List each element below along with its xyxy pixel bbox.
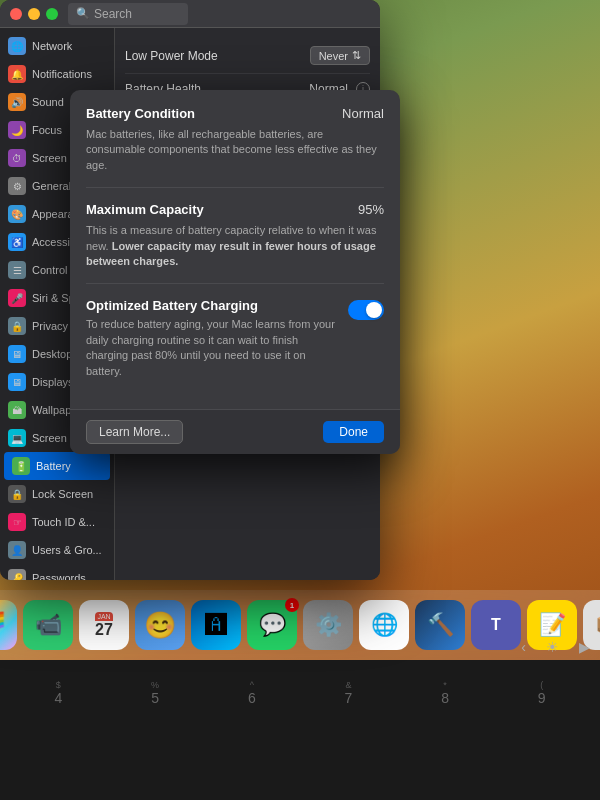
maximum-capacity-desc: This is a measure of battery capacity re… [86, 223, 384, 269]
siri-icon: 🎤 [8, 289, 26, 307]
general-icon: ⚙ [8, 177, 26, 195]
calendar-month: JAN [95, 612, 113, 621]
search-icon: 🔍 [76, 7, 90, 20]
touchid-icon: ☞ [8, 513, 26, 531]
lock-screen-icon: 🔒 [8, 485, 26, 503]
bottom-bar: $4 %5 ^6 &7 *8 (9 [0, 660, 600, 800]
battery-condition-title-row: Battery Condition Normal [86, 106, 384, 121]
calendar-day: 27 [95, 621, 113, 639]
max-cap-desc-bold: Lower capacity may result in fewer hours… [86, 240, 376, 267]
battery-health-modal: Battery Condition Normal Mac batteries, … [70, 90, 400, 454]
key-6[interactable]: ^6 [248, 680, 256, 706]
dock-item-xcode[interactable]: 🔨 [415, 600, 465, 650]
low-power-mode-dropdown[interactable]: Never ⇅ [310, 46, 370, 65]
optimized-charging-section: Optimized Battery Charging To reduce bat… [86, 298, 384, 393]
displays-icon: 🖥 [8, 373, 26, 391]
optimized-charging-desc: To reduce battery aging, your Mac learns… [86, 317, 340, 379]
desktop-icon: 🖥 [8, 345, 26, 363]
sidebar-item-label: Users & Gro... [32, 544, 102, 556]
maximum-capacity-section: Maximum Capacity 95% This is a measure o… [86, 202, 384, 284]
sidebar-item-label: Focus [32, 124, 62, 136]
screentime-icon: ⏱ [8, 149, 26, 167]
sidebar-item-label: Sound [32, 96, 64, 108]
sysprefs-icon: ⚙️ [315, 612, 342, 638]
window-titlebar: 🔍 Search [0, 0, 380, 28]
optimized-charging-text: Optimized Battery Charging To reduce bat… [86, 298, 340, 379]
battery-icon: 🔋 [12, 457, 30, 475]
sidebar-item-network[interactable]: 🌐 Network [0, 32, 114, 60]
dock-item-calendar[interactable]: JAN 27 [79, 600, 129, 650]
calendar-content: JAN 27 [95, 612, 113, 639]
battery-condition-value: Normal [342, 106, 384, 121]
focus-icon: 🌙 [8, 121, 26, 139]
passwords-icon: 🔑 [8, 569, 26, 580]
key-7[interactable]: &7 [345, 680, 353, 706]
sidebar-item-label: Passwords [32, 572, 86, 580]
control-center-icon: ☰ [8, 261, 26, 279]
chrome-icon: 🌐 [371, 612, 398, 638]
maximum-capacity-value: 95% [358, 202, 384, 217]
optimized-charging-row: Optimized Battery Charging To reduce bat… [86, 298, 384, 379]
search-text: Search [94, 7, 132, 21]
whatsapp-icon: 💬 [259, 612, 286, 638]
screensaver-icon: 💻 [8, 429, 26, 447]
sidebar-item-label: Lock Screen [32, 488, 93, 500]
close-button[interactable] [10, 8, 22, 20]
archiver-icon: 📦 [595, 612, 601, 638]
sidebar-item-users[interactable]: 👤 Users & Gro... [0, 536, 114, 564]
sidebar-item-touchid[interactable]: ☞ Touch ID &... [0, 508, 114, 536]
sidebar-item-label: Touch ID &... [32, 516, 95, 528]
brightness-icon[interactable]: ☀ [546, 639, 559, 655]
chevron-icon[interactable]: ‹ [521, 639, 526, 655]
low-power-mode-label: Low Power Mode [125, 49, 218, 63]
key-4[interactable]: $4 [54, 680, 62, 706]
users-icon: 👤 [8, 541, 26, 559]
sidebar-item-notifications[interactable]: 🔔 Notifications [0, 60, 114, 88]
maximum-capacity-label: Maximum Capacity [86, 202, 204, 217]
battery-condition-desc: Mac batteries, like all rechargeable bat… [86, 127, 384, 173]
dock-item-appstore[interactable]: 🅰 [191, 600, 241, 650]
dock: 🌈 📹 JAN 27 😊 🅰 💬 1 ⚙️ 🌐 🔨 T 📝 📦 [0, 590, 600, 660]
dock-item-sysprefs[interactable]: ⚙️ [303, 600, 353, 650]
low-power-mode-value: Never [319, 50, 348, 62]
sidebar-item-battery[interactable]: 🔋 Battery [4, 452, 110, 480]
optimized-charging-toggle[interactable] [348, 300, 384, 320]
dock-item-photos[interactable]: 🌈 [0, 600, 17, 650]
sound-icon: 🔊 [8, 93, 26, 111]
xcode-icon: 🔨 [427, 612, 454, 638]
optimized-charging-label: Optimized Battery Charging [86, 298, 340, 313]
network-icon: 🌐 [8, 37, 26, 55]
key-9[interactable]: (9 [538, 680, 546, 706]
dock-item-finder[interactable]: 😊 [135, 600, 185, 650]
minimize-button[interactable] [28, 8, 40, 20]
done-button[interactable]: Done [323, 421, 384, 443]
sidebar-item-passwords[interactable]: 🔑 Passwords [0, 564, 114, 580]
sidebar-item-lock-screen[interactable]: 🔒 Lock Screen [0, 480, 114, 508]
modal-footer: Learn More... Done [70, 409, 400, 454]
sidebar-item-label: Displays [32, 376, 74, 388]
keyboard-row: $4 %5 ^6 &7 *8 (9 [0, 660, 600, 716]
learn-more-button[interactable]: Learn More... [86, 420, 183, 444]
sidebar-item-label: General [32, 180, 71, 192]
photos-icon: 🌈 [0, 611, 7, 639]
key-8[interactable]: *8 [441, 680, 449, 706]
chevron-up-down-icon: ⇅ [352, 49, 361, 62]
dock-item-facetime[interactable]: 📹 [23, 600, 73, 650]
facetime-icon: 📹 [35, 612, 62, 638]
dock-item-whatsapp[interactable]: 💬 1 [247, 600, 297, 650]
key-5[interactable]: %5 [151, 680, 159, 706]
dock-item-chrome[interactable]: 🌐 [359, 600, 409, 650]
appearance-icon: 🎨 [8, 205, 26, 223]
battery-condition-section: Battery Condition Normal Mac batteries, … [86, 106, 384, 188]
teams-icon: T [491, 616, 501, 634]
whatsapp-badge: 1 [285, 598, 299, 612]
dock-item-teams[interactable]: T [471, 600, 521, 650]
low-power-mode-row: Low Power Mode Never ⇅ [125, 38, 370, 74]
search-bar[interactable]: 🔍 Search [68, 3, 188, 25]
volume-icon[interactable]: ▶ [579, 639, 590, 655]
maximize-button[interactable] [46, 8, 58, 20]
battery-condition-label: Battery Condition [86, 106, 195, 121]
notifications-icon: 🔔 [8, 65, 26, 83]
sidebar-item-label: Network [32, 40, 72, 52]
notes-icon: 📝 [539, 612, 566, 638]
